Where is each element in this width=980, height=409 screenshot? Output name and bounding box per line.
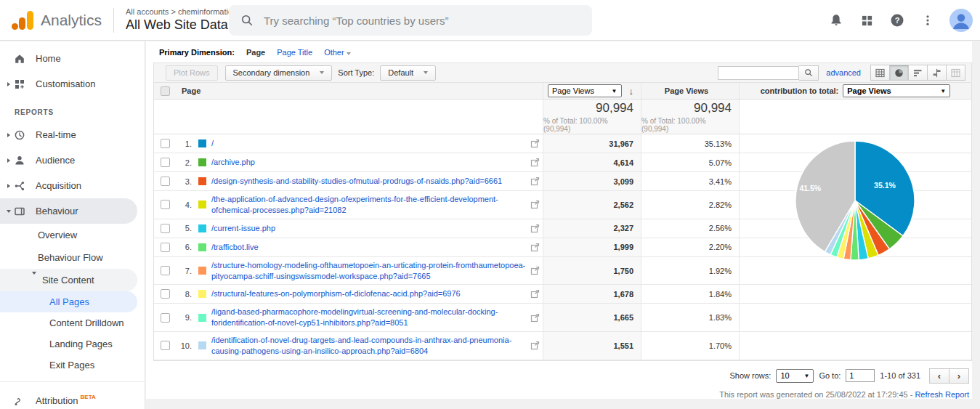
sidebar-item-overview[interactable]: Overview — [0, 224, 145, 246]
sidebar-item-realtime[interactable]: Real-time — [0, 122, 145, 147]
row-number: 7. — [176, 267, 192, 275]
global-search-input[interactable] — [264, 15, 569, 27]
collapse-icon[interactable] — [4, 210, 13, 213]
sidebar-item-acquisition[interactable]: Acquisition — [0, 173, 145, 198]
column-header-page-views[interactable]: Page Views — [641, 83, 739, 99]
global-search[interactable] — [229, 5, 592, 36]
dimension-other-dropdown[interactable]: Other — [324, 48, 351, 57]
expand-icon[interactable] — [4, 133, 13, 137]
pie-chart[interactable]: 35.1%41.5% — [793, 139, 917, 262]
page-link[interactable]: /the-application-of-advanced-design-ofex… — [211, 194, 526, 216]
contribution-metric-select[interactable]: Page Views ▼ — [843, 84, 950, 97]
sidebar-item-exit-pages[interactable]: Exit Pages — [0, 355, 145, 376]
row-checkbox[interactable] — [161, 341, 170, 350]
show-rows-select[interactable]: 10 ▼ — [776, 369, 814, 383]
row-checkbox[interactable] — [161, 289, 170, 299]
sidebar-item-customisation[interactable]: Customisation — [0, 71, 145, 97]
expand-icon[interactable] — [4, 158, 13, 163]
open-in-new-icon[interactable] — [530, 177, 540, 186]
property-name: All Web Site Data — [126, 17, 228, 33]
open-in-new-icon[interactable] — [530, 200, 540, 209]
legend-swatch — [198, 243, 206, 251]
table-filter-input[interactable] — [718, 66, 799, 80]
sidebar-item-all-pages[interactable]: All Pages — [0, 291, 137, 312]
row-checkbox[interactable] — [161, 177, 170, 186]
row-checkbox[interactable] — [161, 266, 170, 275]
page-link[interactable]: /identification-of-novel-drug-targets-an… — [211, 335, 526, 357]
sidebar-item-label: Behaviour Flow — [38, 252, 103, 263]
plot-rows-button[interactable]: Plot Rows — [166, 65, 218, 81]
view-performance-button[interactable] — [908, 65, 928, 81]
page-link[interactable]: /trafficbot.live — [211, 242, 526, 253]
open-in-new-icon[interactable] — [530, 266, 540, 275]
open-in-new-icon[interactable] — [530, 139, 540, 148]
column-header-page[interactable]: Page — [176, 86, 201, 95]
row-checkbox[interactable] — [161, 243, 170, 252]
sidebar-item-home[interactable]: Home — [0, 46, 145, 71]
sidebar-nav: Home Customisation REPORTS Real-time — [0, 41, 145, 409]
collapse-icon[interactable] — [32, 275, 39, 286]
secondary-dimension-button[interactable]: Secondary dimension — [225, 65, 333, 81]
page-link[interactable]: /archive.php — [211, 157, 526, 168]
page-link[interactable]: / — [211, 138, 526, 149]
reports-section-label: REPORTS — [0, 97, 145, 122]
row-checkbox[interactable] — [161, 224, 170, 233]
chevron-left-icon: ‹ — [938, 370, 941, 381]
help-button[interactable]: ? — [888, 12, 906, 29]
row-number: 4. — [176, 201, 192, 209]
page-link[interactable]: /current-issue.php — [211, 223, 526, 234]
open-in-new-icon[interactable] — [530, 243, 540, 252]
table-filter-search-button[interactable] — [799, 65, 819, 81]
goto-page-input[interactable] — [846, 369, 875, 382]
account-avatar[interactable] — [949, 9, 973, 32]
legend-swatch — [198, 267, 206, 275]
advanced-search-link[interactable]: advanced — [826, 68, 861, 77]
page-views-value: 1,750 — [613, 267, 633, 275]
notifications-button[interactable] — [827, 12, 845, 29]
previous-page-button[interactable]: ‹ — [929, 368, 949, 384]
refresh-report-link[interactable]: Refresh Report — [915, 390, 969, 399]
row-checkbox[interactable] — [161, 158, 170, 167]
sidebar-item-content-drilldown[interactable]: Content Drilldown — [0, 312, 145, 333]
row-checkbox[interactable] — [161, 313, 170, 323]
sidebar-item-landing-pages[interactable]: Landing Pages — [0, 333, 145, 355]
percent-value: 2.82% — [709, 201, 732, 209]
expand-icon[interactable] — [4, 82, 13, 86]
sort-descending-icon[interactable]: ↓ — [629, 86, 634, 97]
view-pivot-button[interactable] — [946, 65, 965, 81]
open-in-new-icon[interactable] — [530, 289, 540, 299]
analytics-brand[interactable]: Analytics — [0, 11, 102, 30]
sidebar-item-label: Home — [36, 53, 61, 64]
view-comparison-button[interactable] — [927, 65, 947, 81]
apps-grid-button[interactable] — [858, 12, 875, 29]
sort-type-button[interactable]: Default — [380, 65, 436, 81]
open-in-new-icon[interactable] — [530, 313, 540, 323]
view-percentage-button[interactable] — [889, 65, 909, 81]
next-page-button[interactable]: › — [949, 368, 969, 384]
page-link[interactable]: /design-synthesis-and-stability-studies-… — [211, 176, 526, 187]
vertical-dots-icon — [921, 14, 934, 27]
table-header: Page Page Views ▼ ↓ Page Views contribut… — [153, 83, 972, 100]
search-icon — [240, 14, 254, 27]
dimension-page-title-tab[interactable]: Page Title — [277, 48, 312, 57]
page-link[interactable]: /ligand-based-pharmacophore-modelingvirt… — [211, 307, 526, 328]
sidebar-item-audience[interactable]: Audience — [0, 147, 145, 173]
row-checkbox[interactable] — [161, 139, 170, 148]
open-in-new-icon[interactable] — [530, 158, 540, 167]
open-in-new-icon[interactable] — [530, 224, 540, 233]
sidebar-item-behaviour[interactable]: Behaviour — [0, 198, 137, 224]
page-link[interactable]: /structural-features-on-polymorphism-of-… — [211, 288, 526, 299]
select-all-checkbox[interactable] — [161, 86, 170, 96]
row-checkbox[interactable] — [161, 200, 170, 209]
sidebar-item-behaviour-flow[interactable]: Behaviour Flow — [0, 246, 145, 269]
more-options-button[interactable] — [919, 12, 936, 29]
sidebar-item-attribution[interactable]: Attribution BETA — [0, 388, 145, 409]
sidebar-item-site-content[interactable]: Site Content — [0, 269, 137, 291]
page-views-metric-select[interactable]: Page Views ▼ — [548, 84, 622, 97]
page-link[interactable]: /structure-homology-modeling-ofthaumetop… — [211, 260, 526, 282]
expand-icon[interactable] — [4, 184, 13, 188]
open-in-new-icon[interactable] — [530, 341, 540, 350]
property-selector[interactable]: All Web Site Data — [126, 17, 240, 33]
view-table-button[interactable] — [870, 65, 890, 81]
dimension-page-tab[interactable]: Page — [246, 48, 265, 57]
